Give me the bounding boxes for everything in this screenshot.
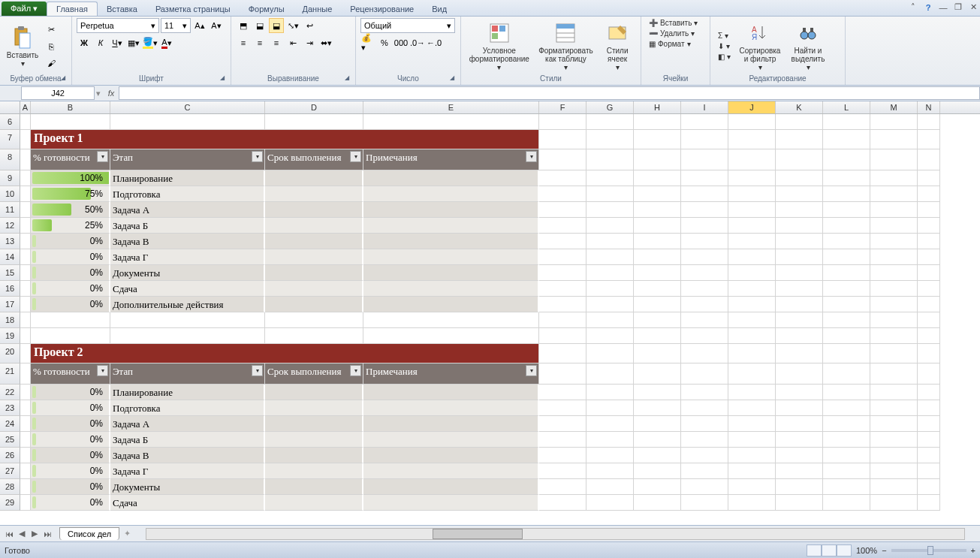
cell[interactable] [539,297,586,312]
bold-button[interactable]: Ж [77,35,92,50]
cell[interactable] [776,328,823,344]
cell[interactable] [363,249,539,265]
cell[interactable] [265,400,363,416]
cell[interactable] [586,130,634,149]
cell[interactable] [586,344,634,363]
cell[interactable] [634,463,681,479]
cell[interactable] [681,149,728,170]
cell[interactable] [681,363,728,385]
cell[interactable] [363,186,539,202]
find-select-button[interactable]: Найти и выделить ▾ [786,20,830,73]
cell[interactable] [265,186,363,202]
cell[interactable] [728,297,776,312]
cell[interactable] [634,448,681,463]
align-left-button[interactable]: ≡ [236,35,251,50]
font-size-combo[interactable]: 11▾ [161,18,191,33]
cell[interactable] [918,432,940,448]
cell[interactable] [265,495,363,511]
cell[interactable] [918,186,940,202]
cell[interactable] [586,265,634,281]
cell[interactable] [918,281,940,297]
row-header[interactable]: 14 [0,249,20,265]
cell[interactable] [918,400,940,416]
cell[interactable] [870,344,918,363]
cell[interactable]: % готовности▾ [31,363,110,385]
cell[interactable] [918,218,940,234]
cell[interactable] [586,281,634,297]
cell[interactable]: 25% [31,218,110,234]
delete-cells-button[interactable]: ➖Удалить ▾ [646,29,705,38]
cell[interactable] [823,448,870,463]
row-header[interactable]: 29 [0,495,20,511]
cell[interactable] [681,479,728,495]
cell[interactable] [31,328,110,344]
cell[interactable] [20,495,31,511]
italic-button[interactable]: К [93,35,108,50]
cell[interactable] [776,149,823,170]
cell[interactable] [823,218,870,234]
number-dialog-launcher[interactable]: ◢ [450,74,459,83]
cell[interactable] [265,416,363,432]
cell[interactable] [20,234,31,249]
cell[interactable]: Примечания▾ [363,363,539,385]
cell[interactable] [586,416,634,432]
cell[interactable]: Примечания▾ [363,149,539,170]
cell[interactable]: Срок выполнения▾ [265,149,363,170]
cell[interactable] [918,385,940,400]
sheet-nav-first[interactable]: ⏮ [3,528,15,540]
column-header-F[interactable]: F [539,101,586,113]
cell[interactable] [870,363,918,385]
cell[interactable]: Задача Б [110,432,265,448]
cell[interactable] [363,281,539,297]
cell[interactable]: Документы [110,265,265,281]
cell[interactable] [870,328,918,344]
cell[interactable] [728,218,776,234]
tab-view[interactable]: Вид [423,2,456,16]
cell[interactable] [681,328,728,344]
tab-formulas[interactable]: Формулы [240,2,294,16]
cell[interactable] [634,312,681,328]
cell[interactable] [918,363,940,385]
cell[interactable] [634,416,681,432]
font-name-combo[interactable]: Perpetua▾ [77,18,159,33]
cell[interactable] [776,432,823,448]
align-right-button[interactable]: ≡ [269,35,284,50]
cell[interactable] [20,385,31,400]
cell[interactable] [586,312,634,328]
cell[interactable]: 0% [31,265,110,281]
cell[interactable] [728,312,776,328]
cell[interactable] [634,249,681,265]
cell[interactable] [634,344,681,363]
cell[interactable] [681,130,728,149]
cell[interactable] [681,281,728,297]
cell[interactable] [681,400,728,416]
cell[interactable] [870,297,918,312]
cell[interactable]: Сдача [110,495,265,511]
cell[interactable] [539,328,586,344]
cell[interactable]: Планирование [110,385,265,400]
zoom-out-button[interactable]: − [882,546,886,555]
cell[interactable] [776,170,823,186]
cell[interactable] [776,281,823,297]
cell[interactable] [776,495,823,511]
cell[interactable]: Срок выполнения▾ [265,363,363,385]
cell[interactable] [539,344,586,363]
cell[interactable]: Этап▾ [110,363,265,385]
cell[interactable] [681,495,728,511]
cell[interactable] [728,281,776,297]
row-header[interactable]: 28 [0,479,20,495]
cell[interactable] [776,344,823,363]
cell[interactable] [823,202,870,218]
cell[interactable] [586,400,634,416]
cell[interactable] [728,448,776,463]
cell[interactable] [918,114,940,130]
row-header[interactable]: 25 [0,432,20,448]
cell[interactable]: Задача Г [110,249,265,265]
cell[interactable] [634,265,681,281]
cell[interactable] [20,328,31,344]
row-header[interactable]: 27 [0,463,20,479]
cell[interactable] [539,495,586,511]
cell[interactable]: Этап▾ [110,149,265,170]
cell[interactable] [265,170,363,186]
cell[interactable] [634,202,681,218]
